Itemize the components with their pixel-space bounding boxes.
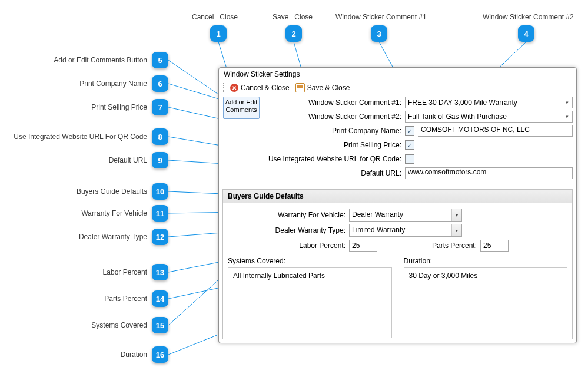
callout-bubble-15: 15 xyxy=(152,317,168,333)
callout-label: Window Sticker Comment #2 xyxy=(483,13,574,21)
cancel-label: Cancel & Close xyxy=(241,84,290,92)
callout-label: Use Integrated Website URL For QR Code xyxy=(12,133,147,141)
toolbar: ✕ Cancel & Close Save & Close xyxy=(221,81,574,95)
systems-covered-text[interactable]: All Internally Lubricated Parts xyxy=(228,267,392,338)
callout-bubble-4: 4 xyxy=(518,25,534,42)
window-sticker-settings-panel: Window Sticker Settings ✕ Cancel & Close… xyxy=(218,67,577,343)
comment-1-value: FREE 30 DAY 3,000 Mile Warranty xyxy=(408,97,570,108)
callout-label: Window Sticker Comment #1 xyxy=(335,13,427,21)
cancel-icon: ✕ xyxy=(230,84,238,92)
callout-label: Duration xyxy=(12,351,147,359)
chevron-down-icon: ▾ xyxy=(563,113,571,121)
save-icon xyxy=(295,83,305,92)
comment-2-combo[interactable]: Full Tank of Gas With Purchase ▾ xyxy=(405,111,573,123)
buyers-guide-defaults-section: Buyers Guide Defaults Warranty For Vehic… xyxy=(222,189,573,339)
callout-label: Parts Percent xyxy=(12,295,147,303)
panel-title: Window Sticker Settings xyxy=(224,70,300,78)
label-comment-1: Window Sticker Comment #1: xyxy=(260,98,405,107)
label-duration: Duration: xyxy=(404,257,568,265)
callout-bubble-2: 2 xyxy=(285,25,302,42)
callout-bubble-14: 14 xyxy=(152,290,168,307)
label-warranty-for-vehicle: Warranty For Vehicle: xyxy=(228,211,349,219)
label-parts-percent: Parts Percent: xyxy=(432,242,480,250)
callout-bubble-6: 6 xyxy=(152,75,168,92)
label-dealer-warranty-type: Dealer Warranty Type: xyxy=(228,226,349,234)
callout-bubble-8: 8 xyxy=(152,128,168,145)
callout-label: Dealer Warranty Type xyxy=(12,233,147,241)
label-systems-covered: Systems Covered: xyxy=(228,257,392,265)
labor-percent-input[interactable]: 25 xyxy=(349,240,377,252)
label-default-url: Default URL: xyxy=(260,169,405,177)
label-comment-2: Window Sticker Comment #2: xyxy=(260,113,405,121)
callout-label: Buyers Guide Defaults xyxy=(12,187,147,196)
parts-percent-input[interactable]: 25 xyxy=(480,240,509,252)
callout-bubble-13: 13 xyxy=(152,264,168,280)
callout-label: Cancel _Close xyxy=(192,13,238,21)
cancel-close-button[interactable]: ✕ Cancel & Close xyxy=(228,82,292,93)
company-name-input[interactable]: COMSOFT MOTORS OF NC, LLC xyxy=(418,125,573,137)
warranty-for-vehicle-dropdown[interactable]: Dealer Warranty ▾ xyxy=(349,209,462,222)
callout-bubble-9: 9 xyxy=(152,152,168,168)
chevron-down-icon: ▾ xyxy=(451,224,461,236)
callout-label: Warranty For Vehicle xyxy=(12,209,147,217)
label-print-selling-price: Print Selling Price: xyxy=(260,141,405,149)
label-qr-url: Use Integrated Website URL for QR Code: xyxy=(260,155,405,163)
qr-url-checkbox[interactable] xyxy=(405,154,414,164)
save-label: Save & Close xyxy=(307,84,350,92)
callout-label: Labor Percent xyxy=(12,268,147,276)
duration-text[interactable]: 30 Day or 3,000 Miles xyxy=(404,267,568,338)
callout-label: Systems Covered xyxy=(12,321,147,329)
callout-bubble-1: 1 xyxy=(210,25,227,42)
section-header: Buyers Guide Defaults xyxy=(223,190,572,203)
callout-label: Print Company Name xyxy=(12,80,147,88)
callout-label: Default URL xyxy=(12,156,147,164)
toolbar-grip xyxy=(223,83,227,92)
callout-label: Save _Close xyxy=(273,13,313,21)
label-labor-percent: Labor Percent: xyxy=(228,242,349,250)
callout-bubble-10: 10 xyxy=(152,183,168,200)
callout-bubble-3: 3 xyxy=(371,25,387,42)
callout-bubble-7: 7 xyxy=(152,99,168,115)
callout-bubble-12: 12 xyxy=(152,229,168,245)
save-close-button[interactable]: Save & Close xyxy=(293,82,353,94)
callout-bubble-5: 5 xyxy=(152,52,168,68)
chevron-down-icon: ▾ xyxy=(563,98,571,107)
callout-label: Print Selling Price xyxy=(12,103,147,111)
callout-bubble-11: 11 xyxy=(152,205,168,222)
callout-bubble-16: 16 xyxy=(152,346,168,363)
print-selling-price-checkbox[interactable]: ✓ xyxy=(405,140,414,150)
add-or-edit-comments-button[interactable]: Add or Edit Comments xyxy=(223,97,260,119)
default-url-input[interactable]: www.comsoftmotors.com xyxy=(405,167,573,179)
label-print-company: Print Company Name: xyxy=(260,127,405,135)
comment-2-value: Full Tank of Gas With Purchase xyxy=(408,111,570,122)
callout-label: Add or Edit Comments Button xyxy=(12,56,147,64)
print-company-checkbox[interactable]: ✓ xyxy=(405,126,414,136)
comment-1-combo[interactable]: FREE 30 DAY 3,000 Mile Warranty ▾ xyxy=(405,97,573,108)
dealer-warranty-type-dropdown[interactable]: Limited Warranty ▾ xyxy=(349,224,462,237)
chevron-down-icon: ▾ xyxy=(451,209,461,221)
form-area: Window Sticker Comment #1: FREE 30 DAY 3… xyxy=(260,96,573,181)
